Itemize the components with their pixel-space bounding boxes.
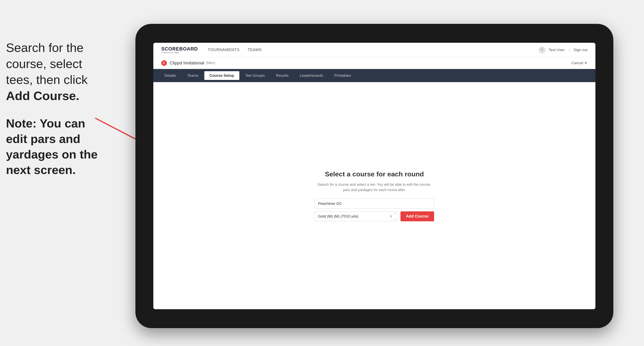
user-avatar: T <box>539 46 546 53</box>
tab-printables[interactable]: Printables <box>329 71 356 80</box>
tee-select-wrapper: Gold (M) (M) (7010 yds) ✕ ⌃⌄ <box>315 211 398 221</box>
main-content: Select a course for each round Search fo… <box>153 82 596 309</box>
logo-sub: Powered by clippd <box>161 51 198 54</box>
tee-select[interactable]: Gold (M) (M) (7010 yds) <box>315 211 398 221</box>
tee-chevron-icon[interactable]: ⌃⌄ <box>394 212 396 221</box>
section-description: Search for a course and select a tee. Yo… <box>315 182 434 193</box>
top-nav-links: TOURNAMENTS TEAMS <box>208 47 539 52</box>
tab-teams[interactable]: Teams <box>182 71 204 80</box>
annotation-bold: Add Course. <box>6 89 80 103</box>
annotation-line1: Search for the <box>6 41 84 54</box>
nav-divider: | <box>568 48 570 52</box>
annotation-note4: next screen. <box>6 163 76 176</box>
tournament-icon: C <box>161 60 167 66</box>
cancel-button[interactable]: Cancel ✕ <box>572 61 588 65</box>
annotation-text: Search for the course, select tees, then… <box>6 40 122 178</box>
logo-area: SCOREBOARD Powered by clippd <box>161 46 198 54</box>
section-title: Select a course for each round <box>325 170 424 178</box>
annotation-line2: course, select <box>6 57 82 71</box>
tab-tee-groups[interactable]: Tee Groups <box>240 71 270 80</box>
course-search-input[interactable] <box>315 199 434 209</box>
tournament-title: Clippd Invitational <box>170 60 204 66</box>
tee-clear-icon[interactable]: ✕ <box>389 214 393 218</box>
tab-details[interactable]: Details <box>159 71 181 80</box>
tee-controls: ✕ ⌃⌄ <box>389 212 396 221</box>
sign-out-link[interactable]: Sign out <box>574 48 588 52</box>
tee-row: Gold (M) (M) (7010 yds) ✕ ⌃⌄ Add Course <box>315 211 434 221</box>
tournament-header: C Clippd Invitational (Men) Cancel ✕ <box>153 57 596 69</box>
annotation-note3: yardages on the <box>6 148 98 161</box>
annotation-line3: tees, then click <box>6 73 88 86</box>
logo-text: SCOREBOARD <box>161 46 198 51</box>
top-nav-right: T Test User | Sign out <box>539 46 588 53</box>
top-nav: SCOREBOARD Powered by clippd TOURNAMENTS… <box>153 43 596 57</box>
add-course-button[interactable]: Add Course <box>400 211 434 221</box>
tablet-device: SCOREBOARD Powered by clippd TOURNAMENTS… <box>136 24 613 328</box>
tab-leaderboards[interactable]: Leaderboards <box>294 71 328 80</box>
course-section: Select a course for each round Search fo… <box>315 170 434 221</box>
tournament-subtitle: (Men) <box>206 61 215 65</box>
annotation-note1: Note: You can <box>6 117 85 130</box>
nav-tournaments[interactable]: TOURNAMENTS <box>208 47 240 52</box>
annotation-note2: edit pars and <box>6 132 80 146</box>
tab-bar: Details Teams Course Setup Tee Groups Re… <box>153 69 596 82</box>
tab-course-setup[interactable]: Course Setup <box>204 71 239 80</box>
tablet-screen: SCOREBOARD Powered by clippd TOURNAMENTS… <box>153 43 596 309</box>
nav-teams[interactable]: TEAMS <box>248 47 262 52</box>
user-name: Test User <box>548 48 564 52</box>
tab-results[interactable]: Results <box>271 71 294 80</box>
